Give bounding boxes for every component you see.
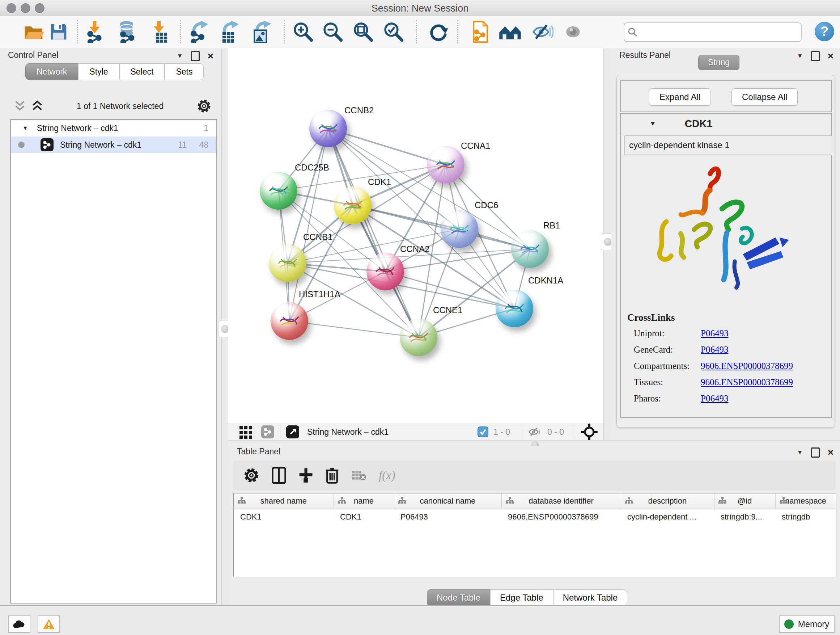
network-node-ccnb2[interactable] (309, 110, 347, 147)
collapse-all-button[interactable]: Collapse All (731, 88, 798, 106)
left-splitter[interactable] (221, 48, 229, 605)
cell-canonical-name[interactable]: P06493 (394, 509, 501, 524)
col-name[interactable]: name (333, 494, 394, 509)
cloud-button[interactable] (8, 616, 30, 633)
network-node-cdk1[interactable] (334, 187, 371, 224)
string-view-icon[interactable] (261, 425, 274, 439)
tab-style[interactable]: Style (78, 63, 119, 80)
col-database-identifier[interactable]: database identifier (501, 494, 621, 509)
grid-view-icon[interactable] (239, 424, 253, 439)
tab-sets[interactable]: Sets (164, 63, 204, 80)
zoom-fit-icon[interactable] (352, 20, 375, 43)
panel-float-icon[interactable] (811, 448, 820, 458)
panel-close-icon[interactable] (828, 52, 834, 60)
crosslink-compartments[interactable]: 9606.ENSP00000378699 (701, 361, 793, 371)
panel-close-icon[interactable] (828, 448, 834, 456)
cell-namespace[interactable]: stringdb (775, 509, 836, 524)
tab-network[interactable]: Network (25, 63, 78, 80)
col-canonical-name[interactable]: canonical name (394, 494, 501, 509)
network-node-ccne1[interactable] (400, 318, 437, 356)
eye-icon[interactable] (561, 20, 584, 43)
refresh-icon[interactable] (427, 20, 450, 43)
network-row[interactable]: String Network – cdk1 11 48 (11, 136, 216, 153)
network-node-hist1h1a[interactable] (271, 302, 308, 340)
crosslink-uniprot[interactable]: P06493 (701, 328, 728, 339)
network-node-rb1[interactable] (511, 230, 549, 268)
delete-table-icon[interactable] (351, 470, 366, 481)
zoom-in-icon[interactable] (292, 20, 315, 43)
tab-node-table[interactable]: Node Table (427, 589, 490, 606)
network-node-ccna2[interactable] (366, 253, 404, 290)
cell-database-identifier[interactable]: 9606.ENSP00000378699 (501, 509, 621, 524)
import-network-database-icon[interactable] (115, 20, 138, 43)
col-shared-name[interactable]: shared name (234, 494, 333, 509)
document-share-icon[interactable] (469, 20, 492, 43)
tab-network-table[interactable]: Network Table (553, 589, 628, 606)
node-table[interactable]: shared name name canonical name database… (233, 493, 836, 577)
panel-float-icon[interactable] (191, 51, 200, 61)
network-node-cdc6[interactable] (441, 211, 478, 248)
col-id[interactable]: @id (714, 494, 775, 509)
birdseye-icon[interactable] (581, 424, 598, 440)
network-node-cdkn1a[interactable] (496, 290, 533, 327)
crosslink-pharos[interactable]: P06493 (701, 394, 728, 404)
search-input[interactable] (641, 27, 801, 38)
expand-all-icon[interactable] (31, 100, 43, 112)
network-node-cdc25b[interactable] (260, 172, 297, 210)
save-session-icon[interactable] (47, 20, 70, 43)
selected-checkbox-icon[interactable] (477, 426, 488, 437)
export-image-icon[interactable] (249, 20, 273, 43)
memory-button[interactable]: Memory (779, 616, 835, 633)
table-gear-icon[interactable] (243, 467, 259, 483)
houses-icon[interactable] (499, 20, 522, 43)
network-edge[interactable] (289, 321, 418, 337)
add-column-icon[interactable] (298, 467, 313, 483)
export-network-icon[interactable] (188, 20, 211, 43)
gene-collapse-icon[interactable]: ▼ (650, 120, 656, 127)
col-namespace[interactable]: namespace (775, 494, 836, 509)
eye-slash-icon[interactable] (531, 20, 554, 43)
open-session-icon[interactable] (22, 20, 46, 43)
table-toolbar: f(x) (233, 461, 836, 490)
zoom-selected-icon[interactable] (382, 20, 405, 43)
network-canvas[interactable]: CCNB2CCNA1CDC25BCDK1CDC6RB1CCNB1CCNA2CDK… (228, 48, 603, 423)
network-node-ccna1[interactable] (427, 146, 464, 184)
show-columns-icon[interactable] (272, 467, 286, 484)
delete-column-icon[interactable] (325, 467, 339, 484)
right-splitter[interactable] (603, 48, 612, 440)
zoom-out-icon[interactable] (321, 20, 344, 43)
crosslink-genecard[interactable]: P06493 (701, 345, 728, 355)
import-network-file-icon[interactable] (84, 20, 107, 43)
cell-id[interactable]: stringdb:9... (714, 509, 775, 524)
tab-string[interactable]: String (698, 55, 739, 70)
network-collection-row[interactable]: ▼ String Network – cdk1 1 (11, 120, 216, 136)
help-button[interactable]: ? (815, 22, 834, 41)
gene-card-header[interactable]: ▼ CDK1 (621, 114, 831, 134)
panel-menu-icon[interactable] (797, 52, 803, 60)
tree-expander-icon[interactable]: ▼ (22, 125, 28, 131)
import-table-icon[interactable] (149, 20, 172, 43)
expand-all-button[interactable]: Expand All (649, 88, 711, 106)
cell-description[interactable]: cyclin-dependent ... (621, 509, 714, 524)
warning-button[interactable] (38, 616, 60, 633)
gear-icon[interactable] (197, 99, 211, 113)
tab-edge-table[interactable]: Edge Table (490, 589, 553, 606)
panel-menu-icon[interactable] (797, 449, 803, 456)
tab-select[interactable]: Select (119, 63, 165, 80)
function-builder-icon[interactable]: f(x) (379, 469, 395, 482)
export-table-icon[interactable] (218, 20, 241, 43)
detach-view-icon[interactable] (286, 425, 299, 439)
cell-name[interactable]: CDK1 (333, 509, 394, 524)
crosslink-tissues[interactable]: 9606.ENSP00000378699 (701, 377, 793, 387)
panel-menu-icon[interactable] (177, 52, 183, 60)
collapse-all-icon[interactable] (14, 100, 26, 112)
col-description[interactable]: description (621, 494, 714, 509)
network-edge[interactable] (328, 128, 418, 337)
table-row[interactable]: CDK1 CDK1 P06493 9606.ENSP00000378699 cy… (234, 509, 836, 524)
network-node-ccnb1[interactable] (269, 244, 306, 282)
network-view[interactable]: CCNB2CCNA1CDC25BCDK1CDC6RB1CCNB1CCNA2CDK… (228, 48, 603, 423)
cell-shared-name[interactable]: CDK1 (234, 509, 333, 524)
search-field[interactable] (624, 22, 802, 42)
panel-float-icon[interactable] (811, 51, 820, 61)
panel-close-icon[interactable] (208, 52, 213, 60)
